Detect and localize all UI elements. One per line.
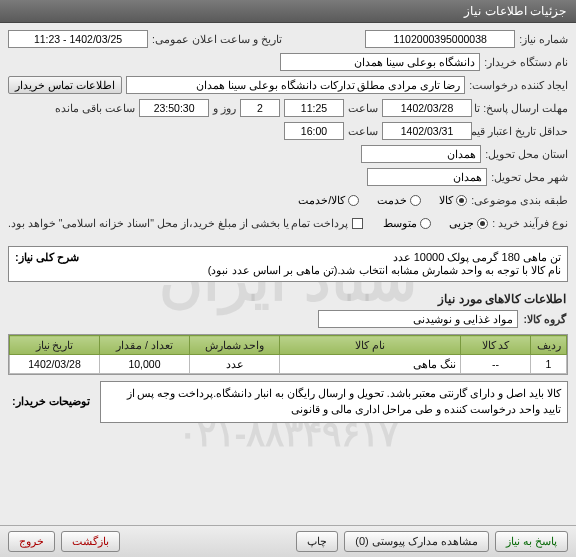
radio-icon <box>420 218 431 229</box>
deadline-time-field: 11:25 <box>284 99 344 117</box>
need-no-label: شماره نیاز: <box>519 33 568 45</box>
bottom-toolbar: پاسخ به نیاز مشاهده مدارک پیوستی (0) چاپ… <box>0 525 576 557</box>
col-qty: تعداد / مقدار <box>100 336 190 355</box>
panel-title: جزئیات اطلاعات نیاز <box>464 4 566 18</box>
need-no-field: 1102000395000038 <box>365 30 515 48</box>
need-description-box: تن ماهی 180 گرمی پولک 10000 عدد نام کالا… <box>8 246 568 282</box>
min-valid-label: حداقل تاریخ اعتبار قیمت: تا تاریخ: <box>476 125 568 137</box>
class-radio-group: کالا خدمت کالا/خدمت <box>298 194 467 207</box>
col-row: ردیف <box>531 336 567 355</box>
days-field: 2 <box>240 99 280 117</box>
form-area: شماره نیاز: 1102000395000038 تاریخ و ساع… <box>0 23 576 240</box>
radio-icon <box>456 195 467 206</box>
requester-label: ایجاد کننده درخواست: <box>469 79 568 91</box>
contact-buyer-button[interactable]: اطلاعات تماس خریدار <box>8 76 122 94</box>
deadline-time-label: ساعت <box>348 102 378 114</box>
table-row[interactable]: 1 -- ننگ ماهی عدد 10,000 1402/03/28 <box>10 355 567 374</box>
province-label: استان محل تحویل: <box>485 148 568 160</box>
panel-header: جزئیات اطلاعات نیاز <box>0 0 576 23</box>
desc-label: شرح کلی نیاز: <box>15 251 79 277</box>
col-name: نام کالا <box>280 336 461 355</box>
exit-button[interactable]: خروج <box>8 531 55 552</box>
class-option-kala[interactable]: کالا <box>439 194 467 207</box>
remain-label: ساعت باقی مانده <box>55 102 135 114</box>
class-label: طبقه بندی موضوعی: <box>471 194 568 206</box>
buyer-org-label: نام دستگاه خریدار: <box>484 56 568 68</box>
attachments-button[interactable]: مشاهده مدارک پیوستی (0) <box>344 531 489 552</box>
announce-field: 1402/03/25 - 11:23 <box>8 30 148 48</box>
cell-row: 1 <box>531 355 567 374</box>
col-unit: واحد شمارش <box>190 336 280 355</box>
goods-table: ردیف کد کالا نام کالا واحد شمارش تعداد /… <box>8 334 568 375</box>
process-label: نوع فرآیند خرید : <box>492 217 568 229</box>
desc-line2: نام کالا با توجه به واحد شمارش مشابه انت… <box>87 264 561 277</box>
payment-checkbox[interactable] <box>352 218 363 229</box>
announce-label: تاریخ و ساعت اعلان عمومی: <box>152 33 282 45</box>
cell-name: ننگ ماهی <box>280 355 461 374</box>
payment-note: پرداخت تمام یا بخشی از مبلغ خرید،از محل … <box>8 217 348 229</box>
buyer-org-field: دانشگاه بوعلی سینا همدان <box>280 53 480 71</box>
radio-icon <box>348 195 359 206</box>
desc-line1: تن ماهی 180 گرمی پولک 10000 عدد <box>87 251 561 264</box>
respond-button[interactable]: پاسخ به نیاز <box>495 531 568 552</box>
cell-qty: 10,000 <box>100 355 190 374</box>
col-code: کد کالا <box>461 336 531 355</box>
days-label: روز و <box>213 102 236 114</box>
deadline-date-field: 1402/03/28 <box>382 99 472 117</box>
city-label: شهر محل تحویل: <box>491 171 568 183</box>
province-field: همدان <box>361 145 481 163</box>
buyer-note-box: کالا باید اصل و دارای گارنتی معتبر باشد.… <box>8 381 568 423</box>
requester-field: رضا تاری مرادی مطلق تدارکات دانشگاه بوعل… <box>126 76 465 94</box>
process-radio-group: جزیی متوسط <box>383 217 488 230</box>
min-valid-time-field: 16:00 <box>284 122 344 140</box>
cell-date: 1402/03/28 <box>10 355 100 374</box>
group-label: گروه کالا: <box>524 313 566 325</box>
deadline-label: مهلت ارسال پاسخ: تا تاریخ: <box>476 102 568 114</box>
remain-time-field: 23:50:30 <box>139 99 209 117</box>
class-option-service[interactable]: خدمت <box>377 194 421 207</box>
min-valid-time-label: ساعت <box>348 125 378 137</box>
print-button[interactable]: چاپ <box>296 531 338 552</box>
class-option-kala-service[interactable]: کالا/خدمت <box>298 194 359 207</box>
goods-section-title: اطلاعات کالاهای مورد نیاز <box>0 288 576 308</box>
process-option-medium[interactable]: متوسط <box>383 217 431 230</box>
group-field: مواد غذایی و نوشیدنی <box>318 310 518 328</box>
min-valid-date-field: 1402/03/31 <box>382 122 472 140</box>
back-button[interactable]: بازگشت <box>61 531 120 552</box>
process-option-partial[interactable]: جزیی <box>449 217 488 230</box>
col-date: تاریخ نیاز <box>10 336 100 355</box>
radio-icon <box>410 195 421 206</box>
buyer-note-text: کالا باید اصل و دارای گارنتی معتبر باشد.… <box>100 381 568 423</box>
buyer-note-label: توضیحات خریدار: <box>8 381 94 423</box>
cell-unit: عدد <box>190 355 280 374</box>
city-field: همدان <box>367 168 487 186</box>
radio-icon <box>477 218 488 229</box>
cell-code: -- <box>461 355 531 374</box>
